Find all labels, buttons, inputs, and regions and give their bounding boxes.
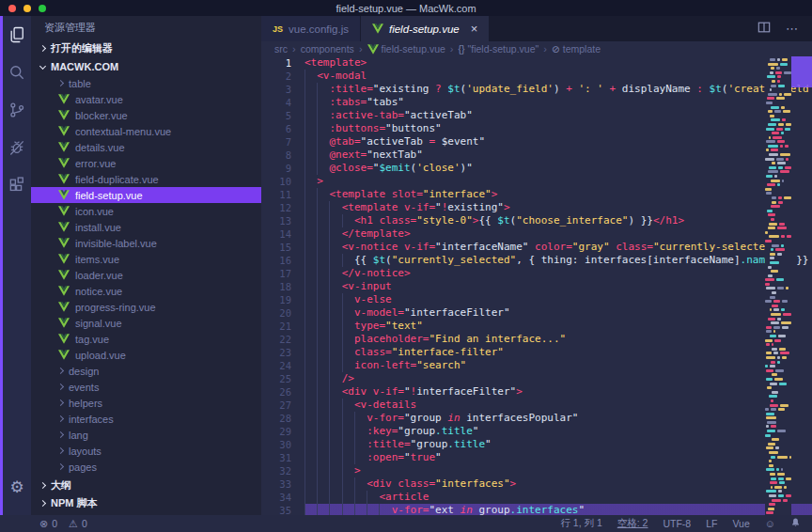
code-line-13[interactable]: 13<h1 class="style-0">{{ $t("choose_inte…: [261, 214, 812, 227]
problems-status[interactable]: ⊗0⚠0: [39, 518, 87, 530]
sidebar-item-install-vue[interactable]: install.vue: [31, 219, 261, 235]
sidebar-item-icon-vue[interactable]: icon.vue: [31, 203, 261, 219]
code-line-35[interactable]: 35v-for="ext in group.interfaces": [261, 504, 812, 515]
sidebar-item-notice-vue[interactable]: notice.vue: [31, 283, 261, 299]
sidebar-item-upload-vue[interactable]: upload.vue: [31, 347, 261, 363]
status-item[interactable]: Vue: [732, 518, 749, 529]
warning-status[interactable]: ⚠0: [69, 518, 87, 530]
sidebar-item-signal-vue[interactable]: signal.vue: [31, 315, 261, 331]
code-line-32[interactable]: 32>: [261, 464, 812, 477]
breadcrumb-item[interactable]: components: [301, 43, 354, 55]
explorer-icon[interactable]: [3, 16, 31, 54]
open-editors-section[interactable]: 打开的编辑器: [31, 39, 261, 57]
code-line-3[interactable]: 3:title="existing ? $t('update_field') +…: [261, 83, 812, 96]
code-line-26[interactable]: 26<div v-if="!interfaceFilter">: [261, 385, 812, 399]
code-line-9[interactable]: 9@close="$emit('close')": [261, 162, 812, 175]
sidebar-item-lang[interactable]: lang: [31, 427, 261, 443]
sidebar-item-blocker-vue[interactable]: blocker.vue: [31, 107, 261, 123]
code-line-23[interactable]: 23class="interface-filter": [261, 346, 812, 359]
sidebar-item-helpers[interactable]: helpers: [31, 395, 261, 411]
code-line-5[interactable]: 5:active-tab="activeTab": [261, 109, 812, 122]
breadcrumb-item[interactable]: ⊘template: [552, 43, 601, 55]
breadcrumb-item[interactable]: {}"field-setup.vue": [459, 43, 539, 55]
code-line-12[interactable]: 12<template v-if="!existing">: [261, 201, 812, 214]
npm-scripts-section[interactable]: NPM 脚本: [31, 494, 261, 512]
sidebar-item-tag-vue[interactable]: tag.vue: [31, 331, 261, 347]
code-line-21[interactable]: 21type="text": [261, 320, 812, 333]
code-line-10[interactable]: 10>: [261, 175, 812, 188]
code-line-34[interactable]: 34<article: [261, 491, 812, 504]
debug-icon[interactable]: [3, 129, 31, 166]
sidebar-item-design[interactable]: design: [31, 363, 261, 379]
outline-section[interactable]: 大纲: [31, 477, 261, 494]
search-icon[interactable]: [3, 54, 31, 91]
status-item[interactable]: UTF-8: [663, 518, 691, 529]
code-line-7[interactable]: 7@tab="activeTab = $event": [261, 135, 812, 149]
sidebar-item-table[interactable]: table: [31, 75, 261, 91]
code-line-31[interactable]: 31:open="true": [261, 451, 812, 464]
code-line-18[interactable]: 18<v-input: [261, 280, 812, 293]
scrollbar-thumb[interactable]: [791, 56, 812, 87]
sidebar-item-error-vue[interactable]: error.vue: [31, 155, 261, 171]
code-line-14[interactable]: 14</template>: [261, 227, 812, 241]
minimap-row: [765, 378, 791, 381]
sidebar-item-layouts[interactable]: layouts: [31, 443, 261, 459]
sidebar-item-progress-ring-vue[interactable]: progress-ring.vue: [31, 299, 261, 315]
code-line-20[interactable]: 20v-model="interfaceFilter": [261, 306, 812, 320]
split-editor-icon[interactable]: [757, 21, 771, 38]
sidebar-item-contextual-menu-vue[interactable]: contextual-menu.vue: [31, 123, 261, 139]
code-line-25[interactable]: 25/>: [261, 372, 812, 385]
minimize-window-button[interactable]: [23, 5, 31, 12]
breadcrumb-item[interactable]: field-setup.vue: [367, 43, 445, 55]
minimap-segment: [770, 383, 777, 385]
code-editor[interactable]: 1<template>2<v-modal3:title="existing ? …: [261, 56, 812, 515]
code-line-17[interactable]: 17</v-notice>: [261, 267, 812, 280]
smiley-icon[interactable]: ☺: [765, 518, 775, 529]
status-item[interactable]: 空格: 2: [617, 517, 648, 530]
code-line-1[interactable]: 1<template>: [261, 56, 812, 70]
sidebar-item-items-vue[interactable]: items.vue: [31, 251, 261, 267]
code-line-27[interactable]: 27<v-details: [261, 399, 812, 412]
status-item[interactable]: 行 1, 列 1: [560, 517, 601, 530]
code-line-11[interactable]: 11<template slot="interface">: [261, 188, 812, 201]
code-line-28[interactable]: 28v-for="group in interfacesPopular": [261, 412, 812, 425]
code-line-15[interactable]: 15<v-notice v-if="interfaceName" color="…: [261, 241, 812, 254]
code-line-22[interactable]: 22placeholder="Find an interface...": [261, 333, 812, 346]
code-line-2[interactable]: 2<v-modal: [261, 70, 812, 83]
tab-vue-config-js[interactable]: JS vue.config.js: [261, 16, 360, 41]
sidebar-item-field-setup-vue[interactable]: field-setup.vue: [31, 187, 261, 203]
code-line-33[interactable]: 33<div class="interfaces">: [261, 477, 812, 491]
tab-field-setup-vue[interactable]: field-setup.vue ×: [361, 16, 489, 41]
sidebar-item-pages[interactable]: pages: [31, 459, 261, 475]
status-item[interactable]: LF: [706, 518, 717, 529]
code-line-6[interactable]: 6:buttons="buttons": [261, 122, 812, 135]
sidebar-item-field-duplicate-vue[interactable]: field-duplicate.vue: [31, 171, 261, 187]
sidebar-item-loader-vue[interactable]: loader.vue: [31, 267, 261, 283]
error-status[interactable]: ⊗0: [39, 518, 57, 530]
code-line-8[interactable]: 8@next="nextTab": [261, 149, 812, 162]
sidebar-item-details-vue[interactable]: details.vue: [31, 139, 261, 155]
zoom-window-button[interactable]: [39, 5, 46, 12]
code-token: :tabs=: [329, 96, 367, 109]
bell-icon[interactable]: [790, 517, 801, 530]
sidebar-item-invisible-label-vue[interactable]: invisible-label.vue: [31, 235, 261, 251]
more-actions-icon[interactable]: ⋯: [786, 22, 799, 36]
breadcrumb-item[interactable]: src: [274, 43, 288, 55]
sidebar-item-events[interactable]: events: [31, 379, 261, 395]
close-window-button[interactable]: [8, 5, 16, 12]
sidebar-item-avatar-vue[interactable]: avatar.vue: [31, 91, 261, 107]
code-line-16[interactable]: 16{{ $t("currently_selected", { thing: i…: [261, 254, 812, 267]
minimap-row: [765, 71, 791, 74]
settings-gear-icon[interactable]: ⚙: [3, 468, 31, 506]
code-line-19[interactable]: 19v-else: [261, 293, 812, 306]
sidebar-item-interfaces[interactable]: interfaces: [31, 411, 261, 427]
workspace-section[interactable]: MACWK.COM: [31, 57, 261, 75]
source-control-icon[interactable]: [3, 91, 31, 129]
close-icon[interactable]: ×: [471, 22, 478, 36]
code-line-24[interactable]: 24icon-left="search": [261, 359, 812, 372]
extensions-icon[interactable]: [3, 166, 31, 204]
code-line-29[interactable]: 29:key="group.title": [261, 425, 812, 438]
code-line-30[interactable]: 30:title="group.title": [261, 438, 812, 451]
code-line-4[interactable]: 4:tabs="tabs": [261, 96, 812, 109]
minimap[interactable]: [765, 56, 791, 515]
